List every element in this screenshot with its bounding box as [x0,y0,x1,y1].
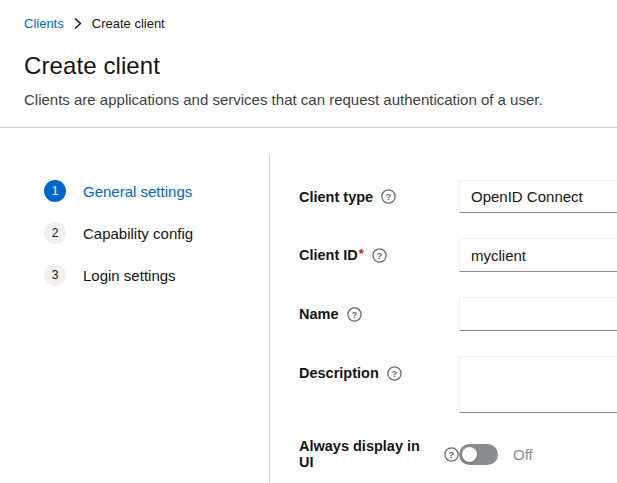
step-number-badge: 2 [44,222,66,244]
step-label: Login settings [83,267,176,284]
page-title: Create client [24,54,593,78]
name-label: Name [299,306,339,322]
wizard-step-login-settings[interactable]: 3 Login settings [44,264,269,286]
general-settings-form: Client type ? OpenID Connect Client ID* … [269,128,617,483]
form-row-client-type: Client type ? OpenID Connect [299,180,617,213]
breadcrumb-current: Create client [92,16,165,31]
toggle-knob [462,447,477,462]
wizard-body: 1 General settings 2 Capability config 3… [0,128,617,483]
page-subtitle: Clients are applications and services th… [24,91,593,108]
svg-text:?: ? [386,191,392,202]
form-row-description: Description ? [299,356,617,413]
name-input[interactable] [459,297,617,331]
always-display-label: Always display in UI [299,438,436,470]
toggle-state-label: Off [513,446,533,463]
chevron-right-icon [74,18,82,29]
client-id-label: Client ID* [299,247,364,263]
svg-text:?: ? [376,250,382,261]
required-asterisk: * [359,246,364,261]
step-label: Capability config [83,225,193,242]
form-row-name: Name ? [299,297,617,331]
svg-text:?: ? [449,449,455,460]
client-type-label: Client type [299,189,373,205]
step-number-badge: 3 [44,264,66,286]
question-circle-icon[interactable]: ? [387,366,402,381]
question-circle-icon[interactable]: ? [347,307,362,322]
always-display-toggle[interactable] [459,444,498,465]
wizard-nav: 1 General settings 2 Capability config 3… [0,128,269,483]
question-circle-icon[interactable]: ? [381,189,396,204]
form-row-client-id: Client ID* ? [299,238,617,272]
wizard-step-general-settings[interactable]: 1 General settings [44,180,269,202]
client-id-input[interactable] [459,238,617,272]
description-label: Description [299,365,379,381]
svg-text:?: ? [391,368,397,379]
question-circle-icon[interactable]: ? [372,248,387,263]
question-circle-icon[interactable]: ? [444,447,459,462]
form-row-always-display: Always display in UI ? Off [299,438,617,470]
vertical-divider [269,155,270,483]
create-client-page: Clients Create client Create client Clie… [0,0,617,483]
breadcrumb-link-clients[interactable]: Clients [24,16,64,31]
svg-text:?: ? [351,309,357,320]
description-textarea[interactable] [459,356,617,413]
client-type-select[interactable]: OpenID Connect [459,180,617,213]
step-label: General settings [83,183,192,200]
breadcrumb: Clients Create client [24,16,593,31]
page-header: Clients Create client Create client Clie… [0,0,617,128]
wizard-step-capability-config[interactable]: 2 Capability config [44,222,269,244]
step-number-badge: 1 [44,180,66,202]
